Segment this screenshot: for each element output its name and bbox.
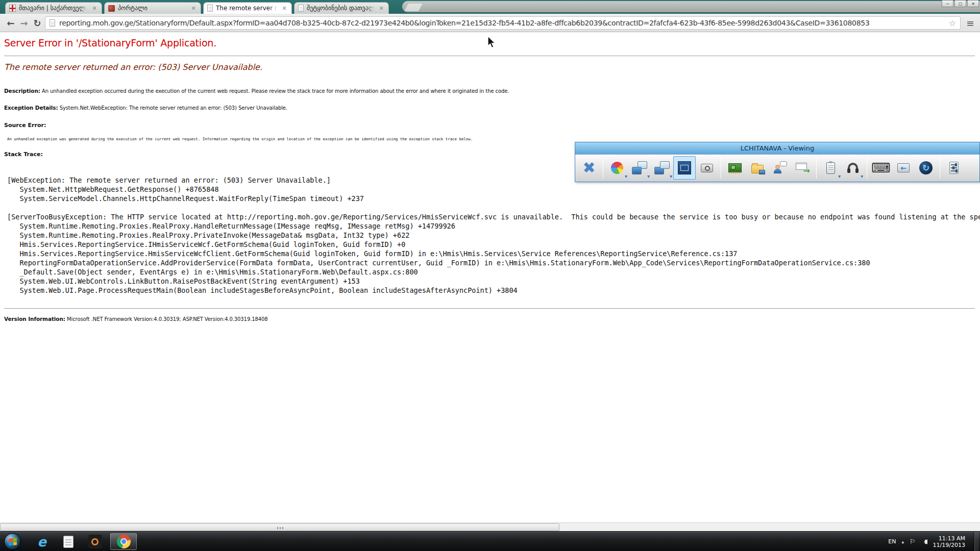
tab-title: The remote server returne (216, 5, 278, 12)
volume-icon[interactable] (921, 539, 927, 544)
disconnect-button[interactable]: ✖ (578, 156, 600, 180)
fit-screen-icon (678, 161, 691, 174)
orange-ring-icon (88, 535, 102, 548)
tab-close-icon[interactable]: ✕ (378, 5, 385, 12)
horizontal-scrollbar[interactable] (0, 522, 980, 531)
screen: მთავარი | საქართველ ✕ პორტალი ✕ The remo… (0, 0, 980, 551)
description-text: An unhandled exception occurred during t… (42, 88, 509, 94)
stack-trace-label: Stack Trace: (4, 151, 43, 158)
taskbar-items: e (31, 532, 137, 551)
bookmark-star-icon[interactable]: ☆ (949, 18, 956, 28)
document-icon (63, 536, 74, 548)
tab-error-page-active[interactable]: The remote server returne ✕ (203, 2, 292, 14)
clipboard-button[interactable]: ▾ (819, 156, 842, 180)
divider (4, 56, 975, 56)
monitor-toggle-button[interactable]: ▾ (651, 156, 673, 180)
toolbar-separator (721, 157, 721, 179)
monitor-toggle-icon (654, 161, 670, 174)
language-indicator[interactable]: EN (888, 538, 896, 545)
refresh-button[interactable]: ↻ (915, 156, 937, 180)
tab-portal[interactable]: პორტალი ✕ (104, 2, 201, 14)
address-bar[interactable]: reporting.moh.gov.ge/Stationaryform/Defa… (45, 16, 961, 30)
forward-icon[interactable]: → (17, 16, 31, 30)
send-window-button[interactable]: → (791, 156, 814, 180)
dropdown-arrow-icon: ▾ (647, 174, 650, 179)
settings-button[interactable] (943, 156, 965, 180)
send-back-button[interactable]: ← (892, 156, 915, 180)
monitor-select-button[interactable]: ▾ (628, 156, 651, 180)
page-favicon (298, 5, 304, 12)
georgia-crest-favicon (9, 5, 16, 12)
taskbar-item-internet-explorer[interactable]: e (31, 533, 53, 550)
browser-tab-strip: მთავარი | საქართველ ✕ პორტალი ✕ The remo… (0, 0, 980, 14)
source-error-text: An unhandled exception was generated dur… (7, 137, 473, 141)
tab-notifications[interactable]: შეტყობინების დათვალ ✕ (294, 2, 389, 14)
reload-icon[interactable]: ↻ (31, 16, 44, 30)
exception-line: Exception Details: System.Net.WebExcepti… (4, 105, 287, 111)
sliders-icon (949, 162, 959, 174)
file-transfer-button[interactable] (746, 156, 769, 180)
taskbar-item-chrome-active[interactable] (110, 533, 137, 550)
viewer-toolbar: ✖ ▾ ▾ ▾ (575, 154, 979, 181)
audio-button[interactable]: ▾ (842, 156, 864, 180)
toolbar-separator (867, 157, 867, 179)
dropdown-arrow-icon: ▾ (838, 174, 841, 179)
browser-toolbar: ← → ↻ reporting.moh.gov.ge/Stationaryfor… (0, 14, 980, 32)
description-label: Description: (4, 88, 40, 94)
portal-favicon (108, 5, 115, 12)
error-page: Server Error in '/StationaryForm' Applic… (0, 32, 980, 522)
version-text: Microsoft .NET Framework Version:4.0.303… (67, 316, 268, 322)
version-line: Version Information: Microsoft .NET Fram… (4, 316, 268, 322)
start-button[interactable] (4, 533, 21, 550)
system-tray: EN ▴ ⚐ 11:13 AM 11/19/2013 (888, 532, 980, 551)
version-label: Version Information: (4, 316, 65, 322)
source-error-label: Source Error: (4, 122, 46, 129)
screenshot-button[interactable] (696, 156, 718, 180)
close-window-button[interactable]: ✕ (967, 0, 979, 7)
send-keys-button[interactable]: ⌨ (870, 156, 892, 180)
scrollbar-thumb[interactable] (0, 523, 559, 531)
tab-title: შეტყობინების დათვალ (307, 5, 375, 12)
chat-button[interactable] (769, 156, 791, 180)
stack-trace: [WebException: The remote server returne… (4, 176, 980, 298)
minimize-button[interactable]: ─ (942, 0, 953, 7)
tab-title: მთავარი | საქართველ (19, 5, 88, 12)
taskbar-item-media-app[interactable] (84, 533, 106, 550)
back-icon[interactable]: ← (4, 16, 17, 30)
display-adapter-button[interactable] (724, 156, 746, 180)
folder-transfer-icon (751, 165, 764, 173)
chrome-menu-icon[interactable]: ≡ (964, 17, 977, 29)
internet-explorer-icon: e (37, 535, 46, 548)
color-palette-icon (611, 162, 623, 174)
maximize-button[interactable]: ▢ (954, 0, 966, 7)
hidden-icons-icon[interactable]: ▴ (901, 539, 904, 544)
tab-close-icon[interactable]: ✕ (91, 5, 98, 12)
show-desktop-button[interactable] (974, 532, 979, 551)
forward-window-icon: → (796, 162, 809, 173)
page-icon (50, 19, 55, 27)
taskbar-item-document[interactable] (57, 533, 80, 550)
graphics-card-icon (728, 163, 742, 172)
viewer-title-bar[interactable]: LCHITANAVA - Viewing (575, 142, 979, 154)
action-center-flag-icon[interactable]: ⚐ (910, 538, 916, 545)
tab-close-icon[interactable]: ✕ (190, 5, 197, 12)
error-subtitle: The remote server returned an error: (50… (4, 62, 262, 72)
url-text[interactable]: reporting.moh.gov.ge/Stationaryform/Defa… (59, 19, 945, 27)
remote-viewer-window[interactable]: LCHITANAVA - Viewing ✖ ▾ ▾ ▾ (575, 142, 980, 182)
tab-home[interactable]: მთავარი | საქართველ ✕ (5, 2, 102, 14)
page-favicon (207, 5, 213, 12)
window-frame-bar (402, 1, 980, 12)
tray-clock[interactable]: 11:13 AM 11/19/2013 (933, 535, 968, 548)
window-controls: ─ ▢ ✕ (942, 0, 979, 7)
headphones-icon (847, 163, 859, 173)
refresh-icon: ↻ (919, 161, 933, 174)
mouse-cursor (487, 36, 497, 51)
color-quality-button[interactable]: ▾ (606, 156, 628, 180)
fit-screen-button[interactable] (673, 156, 696, 180)
divider (4, 308, 975, 309)
toolbar-separator (603, 157, 603, 179)
dual-monitors-icon (632, 161, 647, 174)
description-line: Description: An unhandled exception occu… (4, 88, 509, 94)
taskbar: e EN ▴ ⚐ 11:13 AM 11/19/2013 (0, 531, 980, 551)
tab-close-icon[interactable]: ✕ (281, 5, 288, 12)
